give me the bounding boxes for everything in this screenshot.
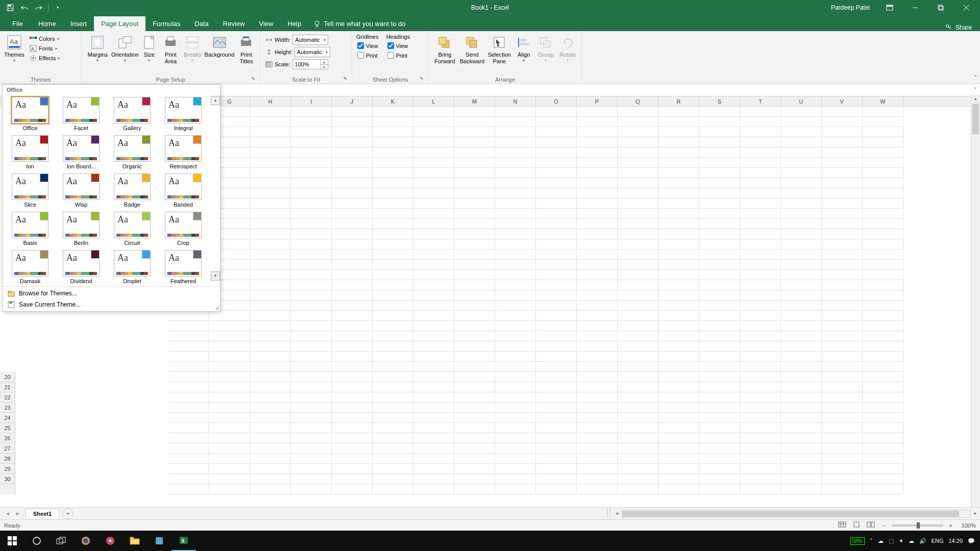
- cell[interactable]: [577, 260, 618, 270]
- margins-button[interactable]: Margins▾: [85, 33, 111, 64]
- chrome-icon[interactable]: [98, 531, 122, 551]
- cell[interactable]: [168, 423, 209, 433]
- cell[interactable]: [740, 168, 781, 178]
- cell[interactable]: [495, 423, 536, 433]
- cell[interactable]: [863, 147, 903, 158]
- tray-language[interactable]: ENG: [932, 538, 944, 544]
- cell[interactable]: [536, 433, 577, 443]
- cell[interactable]: [413, 392, 454, 403]
- breaks-button[interactable]: Breaks▾: [182, 33, 203, 64]
- cell[interactable]: [454, 198, 495, 209]
- cell[interactable]: [332, 137, 373, 147]
- cell[interactable]: [822, 239, 863, 249]
- sheet-tab[interactable]: Sheet1: [26, 509, 59, 518]
- cell[interactable]: [454, 362, 495, 372]
- cell[interactable]: [781, 311, 822, 321]
- collapse-ribbon-icon[interactable]: ˄: [974, 74, 977, 82]
- cell[interactable]: [863, 300, 903, 311]
- zoom-in-button[interactable]: +: [947, 522, 954, 529]
- cell[interactable]: [699, 219, 740, 229]
- cell[interactable]: [740, 127, 781, 137]
- cell[interactable]: [618, 147, 658, 158]
- cell[interactable]: [291, 260, 332, 270]
- cell[interactable]: [699, 443, 740, 454]
- cell[interactable]: [454, 178, 495, 188]
- cell[interactable]: [168, 464, 209, 474]
- cell[interactable]: [495, 464, 536, 474]
- cell[interactable]: [332, 433, 373, 443]
- cell[interactable]: [658, 372, 699, 382]
- cell[interactable]: [495, 321, 536, 331]
- print-titles-button[interactable]: Print Titles: [236, 33, 257, 65]
- cell[interactable]: [781, 433, 822, 443]
- cell[interactable]: [454, 137, 495, 147]
- cell[interactable]: [454, 392, 495, 403]
- cell[interactable]: [168, 352, 209, 362]
- cell[interactable]: [577, 229, 618, 239]
- cell[interactable]: [618, 260, 658, 270]
- cell[interactable]: [373, 178, 413, 188]
- cell[interactable]: [495, 484, 536, 494]
- cell[interactable]: [699, 198, 740, 209]
- cell[interactable]: [822, 209, 863, 219]
- zoom-level[interactable]: 100%: [955, 522, 976, 529]
- theme-item-ion[interactable]: AaIon: [6, 134, 55, 170]
- cell[interactable]: [822, 127, 863, 137]
- cell[interactable]: [332, 454, 373, 464]
- excel-taskbar-icon[interactable]: X: [172, 531, 196, 551]
- cell[interactable]: [291, 362, 332, 372]
- cell[interactable]: [740, 464, 781, 474]
- cell[interactable]: [332, 239, 373, 249]
- cell[interactable]: [536, 229, 577, 239]
- hscroll-left-icon[interactable]: ◄: [612, 511, 622, 516]
- cell[interactable]: [740, 352, 781, 362]
- tab-help[interactable]: Help: [280, 16, 308, 31]
- cell[interactable]: [209, 433, 250, 443]
- cell[interactable]: [863, 352, 903, 362]
- cell[interactable]: [863, 260, 903, 270]
- theme-item-office[interactable]: AaOffice: [6, 96, 55, 132]
- task-view-icon[interactable]: [49, 531, 74, 551]
- cell[interactable]: [536, 178, 577, 188]
- row-header[interactable]: 27: [0, 443, 15, 454]
- cell[interactable]: [250, 178, 291, 188]
- cell[interactable]: [291, 188, 332, 198]
- cell[interactable]: [740, 188, 781, 198]
- cell[interactable]: [209, 372, 250, 382]
- cell[interactable]: [618, 484, 658, 494]
- cell[interactable]: [495, 127, 536, 137]
- cell[interactable]: [699, 362, 740, 372]
- cell[interactable]: [413, 484, 454, 494]
- cell[interactable]: [740, 341, 781, 352]
- cell[interactable]: [291, 464, 332, 474]
- cell[interactable]: [699, 188, 740, 198]
- cell[interactable]: [250, 311, 291, 321]
- cell[interactable]: [699, 413, 740, 423]
- cell[interactable]: [413, 321, 454, 331]
- sheet-nav-next-icon[interactable]: ►: [13, 511, 22, 516]
- cell[interactable]: [495, 392, 536, 403]
- cell[interactable]: [699, 341, 740, 352]
- tell-me-search[interactable]: Tell me what you want to do: [308, 16, 410, 31]
- cell[interactable]: [536, 127, 577, 137]
- cell[interactable]: [536, 290, 577, 300]
- cell[interactable]: [822, 260, 863, 270]
- cell[interactable]: [577, 270, 618, 280]
- qat-customize-icon[interactable]: ▾: [52, 2, 64, 14]
- cell[interactable]: [618, 107, 658, 117]
- cell[interactable]: [291, 168, 332, 178]
- cell[interactable]: [658, 382, 699, 392]
- scale-input[interactable]: 100%▲▼: [292, 59, 328, 69]
- firefox-icon[interactable]: [74, 531, 98, 551]
- cell[interactable]: [658, 198, 699, 209]
- cell[interactable]: [822, 158, 863, 168]
- cell[interactable]: [781, 352, 822, 362]
- cell[interactable]: [577, 249, 618, 260]
- cell[interactable]: [577, 178, 618, 188]
- cell[interactable]: [291, 311, 332, 321]
- cell[interactable]: [822, 249, 863, 260]
- cell[interactable]: [577, 484, 618, 494]
- cell[interactable]: [291, 392, 332, 403]
- cell[interactable]: [699, 392, 740, 403]
- cell[interactable]: [250, 392, 291, 403]
